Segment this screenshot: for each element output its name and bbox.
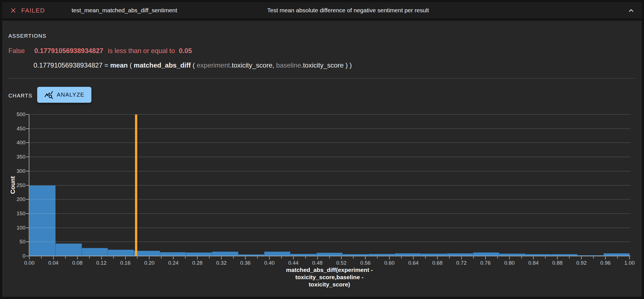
query-stats-icon — [44, 90, 53, 99]
x-axis-tick — [77, 257, 78, 259]
x-axis-tick — [533, 257, 534, 259]
x-axis-title-line: toxicity_score) — [29, 281, 629, 288]
x-tick-label: 0.84 — [522, 260, 544, 266]
x-axis-tick — [269, 257, 270, 259]
y-axis-tick — [26, 114, 29, 115]
analyze-button[interactable]: ANALYZE — [37, 87, 91, 103]
x-axis-minor-tick — [161, 257, 162, 259]
x-axis-minor-tick — [233, 257, 234, 259]
gridline — [29, 142, 631, 143]
y-tick-label: 450 — [11, 126, 25, 132]
x-tick-label: 0.28 — [186, 260, 209, 266]
y-axis-tick — [26, 185, 29, 186]
x-axis-minor-tick — [185, 257, 186, 259]
x-axis-tick — [581, 257, 582, 259]
charts-section-label: CHARTS — [8, 93, 32, 99]
x-tick-label: 0.12 — [90, 260, 113, 266]
x-axis-tick — [629, 257, 630, 259]
y-tick-label: 400 — [11, 140, 25, 146]
histogram-bar — [134, 251, 160, 256]
x-axis-minor-tick — [569, 257, 570, 259]
x-axis-minor-tick — [65, 257, 66, 259]
test-header[interactable]: FAILED test_mean_matched_abs_diff_sentim… — [2, 2, 642, 18]
x-tick-label: 0.88 — [546, 260, 569, 266]
x-axis-minor-tick — [281, 257, 282, 259]
x-axis-tick — [485, 257, 486, 259]
x-axis-tick — [365, 257, 366, 259]
formula-part: 0.17791056938934827 = — [34, 61, 110, 69]
x-axis-title-line: toxicity_score,baseline - — [29, 274, 629, 281]
x-axis-tick — [245, 257, 246, 259]
histogram-bar — [55, 243, 82, 256]
gridline — [29, 228, 631, 228]
y-tick-label: 200 — [11, 196, 25, 202]
chevron-up-icon[interactable] — [627, 6, 636, 15]
x-axis-tick — [605, 257, 606, 259]
x-axis-tick — [221, 257, 222, 259]
x-axis-tick — [461, 257, 462, 259]
x-axis-minor-tick — [473, 257, 474, 259]
x-tick-label: 0.96 — [594, 260, 617, 266]
x-tick-label: 0.48 — [306, 260, 329, 266]
x-axis-title: matched_abs_diff(experiment -toxicity_sc… — [29, 266, 629, 288]
histogram-bar — [212, 252, 238, 256]
gridline — [29, 213, 631, 214]
x-axis-tick — [389, 257, 390, 259]
x-axis-minor-tick — [305, 257, 306, 259]
histogram-bar — [160, 252, 186, 256]
x-axis-minor-tick — [593, 257, 594, 259]
y-tick-label: 300 — [11, 168, 25, 174]
assertion-formula: 0.17791056938934827 = mean ( matched_abs… — [34, 61, 352, 69]
y-axis-tick — [26, 142, 29, 143]
x-axis-tick — [101, 257, 102, 259]
histogram-bar — [29, 185, 56, 256]
x-tick-label: 0.32 — [210, 260, 233, 266]
status-label: FAILED — [21, 7, 45, 14]
assertion-threshold: 0.05 — [179, 47, 192, 54]
x-axis-minor-tick — [353, 257, 354, 259]
y-tick-label: 350 — [11, 154, 25, 160]
x-axis-minor-tick — [113, 257, 114, 259]
x-axis-minor-tick — [425, 257, 426, 259]
x-axis-tick — [557, 257, 558, 259]
x-axis-line — [29, 256, 631, 256]
x-axis-minor-tick — [41, 257, 42, 259]
x-tick-label: 0.68 — [426, 260, 449, 266]
x-tick-label: 0.52 — [330, 260, 352, 266]
formula-part: mean — [110, 61, 128, 69]
x-axis-minor-tick — [497, 257, 498, 259]
y-axis-tick — [26, 171, 29, 171]
x-tick-label: 0.16 — [114, 260, 137, 266]
x-axis-tick — [437, 257, 438, 259]
gridline — [29, 199, 631, 200]
y-tick-label: 500 — [11, 111, 25, 118]
x-tick-label: 1.00 — [618, 260, 641, 266]
assertion-result-row: False0.17791056938934827is less than or … — [8, 47, 192, 55]
assertion-result: False — [8, 47, 25, 54]
x-axis-minor-tick — [329, 257, 330, 259]
y-tick-label: 250 — [11, 182, 25, 188]
x-tick-label: 0.56 — [354, 260, 377, 266]
y-axis-tick — [26, 213, 29, 214]
histogram-bar — [82, 248, 108, 256]
x-tick-label: 0.00 — [18, 260, 41, 266]
analyze-button-label: ANALYZE — [57, 92, 84, 98]
threshold-marker-line — [135, 114, 137, 256]
x-axis-minor-tick — [617, 257, 618, 259]
y-axis-tick — [26, 128, 29, 129]
gridline — [29, 128, 631, 129]
close-icon[interactable] — [10, 7, 17, 14]
x-tick-label: 0.24 — [162, 260, 184, 266]
x-axis-tick — [125, 257, 126, 259]
formula-part: .toxicity_score, — [230, 61, 276, 69]
x-axis-minor-tick — [377, 257, 378, 259]
x-tick-label: 0.76 — [474, 260, 497, 266]
y-tick-label: 50 — [11, 239, 25, 245]
x-axis-minor-tick — [209, 257, 210, 259]
formula-part: ( — [128, 61, 134, 69]
x-axis-minor-tick — [89, 257, 90, 259]
gridline — [29, 114, 631, 115]
x-axis-minor-tick — [137, 257, 138, 259]
histogram-plot-area: 0501001502002503003504004505000.000.040.… — [29, 114, 629, 256]
test-description: Test mean absolute difference of negativ… — [267, 7, 429, 14]
